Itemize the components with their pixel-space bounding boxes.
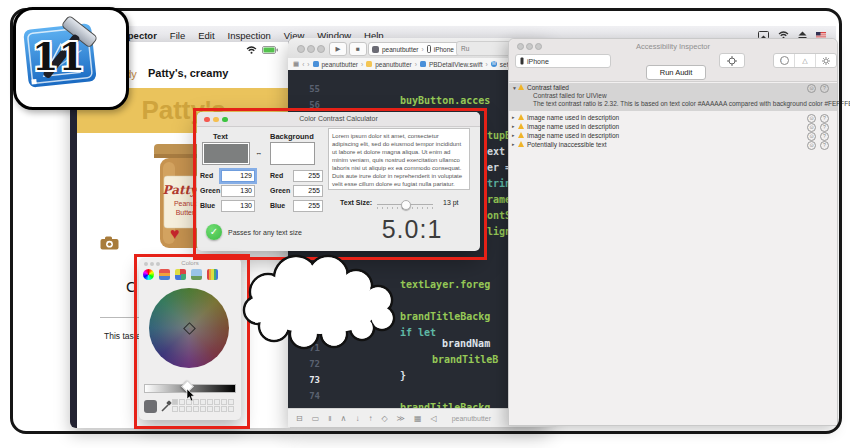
eye-icon[interactable]: ⊙	[807, 84, 816, 93]
green-label: Green	[200, 187, 220, 194]
breakpoints-icon[interactable]: ▭	[312, 414, 320, 423]
text-green-input[interactable]: 130	[221, 185, 255, 197]
audit-issue-detail: The text contrast ratio is 2.32. This is…	[533, 100, 850, 107]
audit-result-row-selected[interactable]: ▼ Contrast failed Contrast failed for UI…	[509, 83, 837, 111]
memory-graph-icon[interactable]: ◁	[431, 414, 437, 423]
xcode-11-badge: 11	[13, 7, 129, 110]
jar-line3-text: Butter	[176, 209, 195, 216]
text-red-input[interactable]: 129	[221, 170, 255, 182]
forward-history-icon[interactable]: ›	[307, 61, 309, 68]
text-size-value: 13 pt	[443, 199, 459, 206]
slider-knob[interactable]	[401, 200, 411, 210]
pass-result-label: Passes for any text size	[228, 229, 302, 236]
color-wheel-tab-icon[interactable]	[143, 269, 154, 280]
help-icon[interactable]: ?	[820, 123, 829, 132]
menu-item-file[interactable]: File	[170, 30, 185, 41]
run-audit-button[interactable]: Run Audit	[646, 65, 706, 80]
inspection-pointer-button[interactable]	[719, 53, 745, 68]
breadcrumb-project[interactable]: peanutbutter	[322, 61, 359, 68]
code-line: 75 brandTitleBackg	[288, 396, 336, 408]
inspector-mode-segmented-control: i △	[773, 53, 837, 68]
breadcrumb-file[interactable]: PBDetailView.swift	[429, 61, 483, 68]
step-into-icon[interactable]: ↓	[355, 414, 359, 423]
audit-result-row[interactable]: ▸ Potentially inaccessible text ⊙?	[509, 141, 837, 149]
audit-issue-label: Potentially inaccessible text	[527, 141, 607, 148]
help-icon[interactable]: ?	[820, 84, 829, 93]
scheme-selector[interactable]: peanutbutter › iPhone	[368, 42, 462, 56]
view-hierarchy-icon[interactable]: ▦	[414, 414, 422, 423]
bg-blue-input[interactable]: 255	[293, 200, 323, 212]
bg-green-input[interactable]: 255	[293, 185, 323, 197]
image-palettes-tab-icon[interactable]	[191, 269, 202, 280]
back-history-icon[interactable]: ‹	[302, 61, 304, 68]
body-text: This taste	[104, 331, 141, 341]
color-palettes-tab-icon[interactable]	[175, 269, 186, 280]
breadcrumb-group[interactable]: peanutbutter	[375, 61, 412, 68]
code-text: buyButton.acces	[400, 95, 490, 106]
code-keyword: if let	[400, 327, 442, 338]
code-text: brandTitleB	[432, 354, 498, 365]
help-icon[interactable]: ?	[820, 141, 829, 150]
text-blue-input[interactable]: 130	[221, 200, 255, 212]
gear-icon	[822, 57, 830, 65]
code-line: 74 brandTitleBackg	[288, 380, 336, 394]
chevron-right-icon: ›	[422, 46, 424, 53]
debug-view-icon[interactable]: ◇	[381, 414, 387, 423]
favorite-heart-icon[interactable]: ♥	[170, 226, 180, 242]
code-fragment: ext	[487, 146, 505, 160]
info-tab[interactable]: i	[774, 54, 795, 67]
warning-icon	[518, 114, 524, 120]
location-icon[interactable]: ≫	[397, 414, 405, 423]
target-device-selector[interactable]: iPhone	[515, 54, 611, 68]
section-heading: C	[126, 278, 137, 295]
eye-icon[interactable]: ⊙	[807, 132, 816, 141]
color-sliders-tab-icon[interactable]	[159, 269, 170, 280]
background-color-label: Background	[270, 132, 314, 141]
hide-debug-area-icon[interactable]: ⊟	[296, 414, 303, 423]
device-name: iPhone	[527, 58, 549, 65]
help-icon[interactable]: ?	[820, 132, 829, 141]
audit-tab[interactable]: △	[795, 54, 816, 67]
pencils-tab-icon[interactable]	[207, 269, 218, 280]
help-icon[interactable]: ?	[820, 114, 829, 123]
settings-tab[interactable]	[816, 54, 836, 67]
pause-icon[interactable]: ‖	[328, 414, 331, 423]
eye-icon[interactable]: ⊙	[807, 123, 816, 132]
audit-result-row[interactable]: ▸ Image name used in description ⊙?	[509, 132, 837, 140]
disclosure-closed-icon[interactable]: ▸	[512, 132, 515, 138]
background-color-swatch[interactable]	[270, 142, 315, 165]
run-button[interactable]: ▶	[329, 42, 347, 56]
current-color-swatch[interactable]	[144, 400, 157, 413]
blue-label: Blue	[270, 202, 285, 209]
related-items-icon[interactable]: ▦	[293, 60, 299, 68]
phone-icon	[427, 45, 431, 53]
disclosure-closed-icon[interactable]: ▸	[512, 141, 515, 147]
camera-icon[interactable]	[100, 236, 119, 250]
folder-icon	[366, 61, 372, 67]
eye-icon[interactable]: ⊙	[807, 141, 816, 150]
audit-issue-label: Image name used in description	[527, 114, 619, 121]
step-over-icon[interactable]: ∧	[341, 414, 347, 423]
disclosure-open-icon[interactable]: ▼	[512, 85, 517, 91]
zoom-icon[interactable]	[317, 45, 325, 53]
disclosure-closed-icon[interactable]: ▸	[512, 123, 515, 129]
text-color-swatch[interactable]	[202, 142, 250, 165]
mouse-cursor	[186, 389, 195, 402]
colors-panel-window: Colors	[139, 258, 241, 420]
menu-item-edit[interactable]: Edit	[198, 30, 214, 41]
eye-icon[interactable]: ⊙	[807, 114, 816, 123]
step-out-icon[interactable]: ↑	[368, 414, 372, 423]
close-icon[interactable]	[297, 45, 305, 53]
stop-button[interactable]: ■	[349, 42, 367, 56]
minimize-icon[interactable]	[307, 45, 315, 53]
disclosure-closed-icon[interactable]: ▸	[512, 114, 515, 120]
sample-text-preview: Lorem ipsum dolor sit amet, consectetur …	[328, 128, 470, 190]
saved-swatches-grid[interactable]	[172, 399, 234, 412]
audit-result-row[interactable]: ▸ Image name used in description ⊙?	[509, 114, 837, 122]
eyedropper-icon[interactable]	[160, 400, 172, 413]
audit-result-row[interactable]: ▸ Image name used in description ⊙?	[509, 123, 837, 131]
menu-item-inspection[interactable]: Inspection	[228, 30, 271, 41]
bg-red-input[interactable]: 255	[293, 170, 323, 182]
text-color-label: Text	[213, 132, 228, 141]
audit-issue-label: Contrast failed	[527, 84, 569, 91]
